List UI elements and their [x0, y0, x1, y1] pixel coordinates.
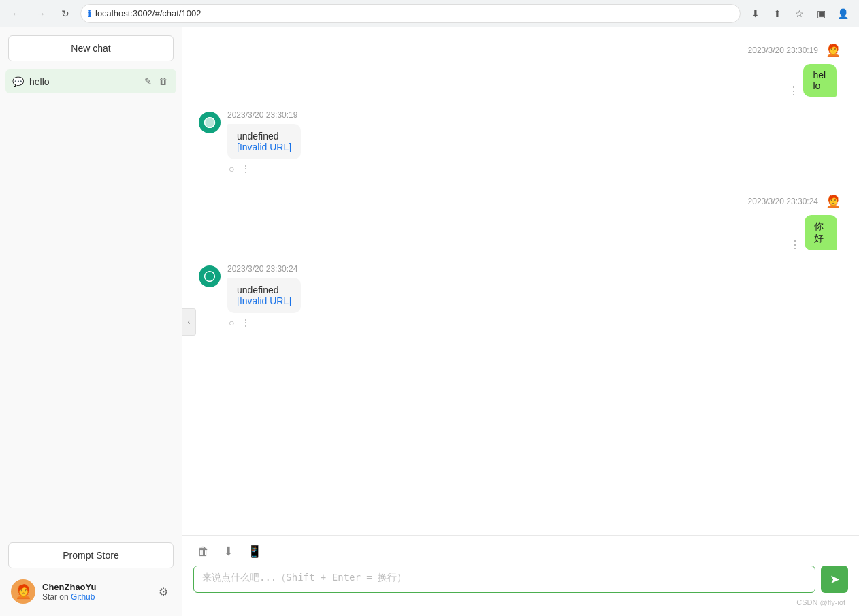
msg-timestamp-1: 2023/3/20 23:30:19 [748, 46, 818, 55]
ai-more-btn-1[interactable]: ⋮ [240, 162, 252, 176]
download-button[interactable]: ⬇ [746, 4, 765, 23]
app: New chat 💬 hello ✎ 🗑 Prompt Store 🧑‍🦰 [0, 27, 859, 616]
ai-message-group-2: 2023/3/20 23:30:24 undefined[Invalid URL… [199, 264, 843, 329]
avatar: 🧑‍🦰 [11, 579, 35, 604]
user-avatar-1: 🧑‍🦰 [824, 41, 843, 60]
sidebar: New chat 💬 hello ✎ 🗑 Prompt Store 🧑‍🦰 [0, 27, 182, 616]
ai-copy-btn-2[interactable]: ○ [227, 316, 236, 329]
ai-bubble-actions-2: ○ ⋮ [227, 316, 843, 329]
msg-meta-2: 2023/3/20 23:30:24 🧑‍🦰 [748, 192, 843, 211]
user-sub: Star on Github [42, 592, 149, 602]
sidebar-wrapper: New chat 💬 hello ✎ 🗑 Prompt Store 🧑‍🦰 [0, 27, 182, 616]
chat-icon: 💬 [12, 76, 24, 87]
user-message-group-2: 2023/3/20 23:30:24 🧑‍🦰 ⋮ 你好 [199, 192, 843, 250]
openai-icon-2 [203, 270, 216, 283]
share-button[interactable]: ⬆ [768, 4, 787, 23]
openai-icon [203, 116, 216, 129]
ai-avatar-2 [199, 265, 221, 287]
user-bubble-1: hello [803, 64, 837, 97]
ai-copy-btn-1[interactable]: ○ [227, 162, 236, 176]
ai-avatar-1 [199, 112, 221, 133]
share-icon: ⬆ [773, 8, 781, 19]
prompt-store-button[interactable]: Prompt Store [8, 542, 174, 568]
export-toolbar-button[interactable]: ⬇ [222, 542, 235, 560]
sidebar-bottom: Prompt Store 🧑‍🦰 ChenZhaoYu Star on Gith… [0, 537, 182, 616]
input-toolbar: 🗑 ⬇ 📱 [193, 542, 848, 560]
user-msg-more-2[interactable]: ⋮ [788, 240, 802, 250]
input-row: ➤ [193, 566, 848, 593]
chat-item-actions: ✎ 🗑 [142, 75, 169, 88]
info-icon: ℹ [88, 8, 91, 19]
messages: 2023/3/20 23:30:19 🧑‍🦰 ⋮ hello 202 [182, 27, 859, 535]
browser-actions: ⬇ ⬆ ☆ ▣ 👤 [746, 4, 852, 23]
edit-chat-button[interactable]: ✎ [142, 75, 154, 88]
msg-timestamp-2: 2023/3/20 23:30:24 [748, 197, 818, 206]
chat-list: 💬 hello ✎ 🗑 [0, 67, 182, 537]
ai-timestamp-2: 2023/3/20 23:30:24 [227, 264, 843, 274]
new-chat-button[interactable]: New chat [8, 35, 174, 61]
chat-item-label: hello [29, 76, 137, 87]
profile-button[interactable]: 👤 [833, 4, 852, 23]
collapse-sidebar-button[interactable]: ‹ [182, 308, 196, 336]
reload-icon: ↻ [61, 8, 69, 19]
layout-button[interactable]: ▣ [811, 4, 830, 23]
share-toolbar-button[interactable]: 📱 [246, 542, 263, 560]
profile-icon: 👤 [837, 8, 849, 19]
delete-chat-button[interactable]: 🗑 [157, 75, 169, 88]
ai-bubble-text-2: undefined[Invalid URL] [237, 285, 291, 306]
msg-meta-1: 2023/3/20 23:30:19 🧑‍🦰 [748, 41, 843, 60]
send-icon: ➤ [830, 572, 840, 587]
forward-button[interactable]: → [31, 4, 50, 23]
sidebar-top: New chat [0, 27, 182, 67]
star-icon: ☆ [795, 8, 804, 19]
user-msg-more-1[interactable]: ⋮ [787, 86, 800, 97]
ai-msg-content-2: 2023/3/20 23:30:24 undefined[Invalid URL… [227, 264, 843, 329]
url-text: localhost:3002/#/chat/1002 [95, 8, 201, 18]
ai-msg-content-1: 2023/3/20 23:30:19 undefined[Invalid URL… [227, 110, 843, 176]
forward-icon: → [36, 8, 46, 19]
avatar-emoji: 🧑‍🦰 [15, 583, 32, 600]
user-name: ChenZhaoYu [42, 582, 149, 592]
star-button[interactable]: ☆ [790, 4, 809, 23]
message-input[interactable] [193, 566, 815, 593]
user-avatar-2: 🧑‍🦰 [824, 192, 843, 211]
ai-bubble-actions-1: ○ ⋮ [227, 162, 843, 176]
layout-icon: ▣ [817, 8, 826, 19]
back-button[interactable]: ← [7, 4, 26, 23]
user-bar: 🧑‍🦰 ChenZhaoYu Star on Github ⚙ [8, 575, 174, 608]
address-bar[interactable]: ℹ localhost:3002/#/chat/1002 [80, 4, 741, 23]
browser-chrome: ← → ↻ ℹ localhost:3002/#/chat/1002 ⬇ ⬆ ☆… [0, 0, 859, 27]
collapse-icon: ‹ [188, 317, 191, 327]
back-icon: ← [12, 8, 21, 19]
send-button[interactable]: ➤ [821, 566, 848, 593]
user-message-group-1: 2023/3/20 23:30:19 🧑‍🦰 ⋮ hello [199, 41, 843, 97]
chat-item[interactable]: 💬 hello ✎ 🗑 [5, 69, 176, 93]
ai-message-group-1: 2023/3/20 23:30:19 undefined[Invalid URL… [199, 110, 843, 176]
user-info: ChenZhaoYu Star on Github [42, 582, 149, 602]
chat-area: 2023/3/20 23:30:19 🧑‍🦰 ⋮ hello 202 [182, 27, 859, 616]
ai-bubble-2: undefined[Invalid URL] [227, 278, 301, 313]
ai-more-btn-2[interactable]: ⋮ [240, 316, 252, 329]
input-area: 🗑 ⬇ 📱 ➤ CSDN @fly-iot [182, 535, 859, 616]
user-bubble-2: 你好 [805, 215, 837, 250]
delete-toolbar-button[interactable]: 🗑 [196, 543, 211, 560]
ai-timestamp-1: 2023/3/20 23:30:19 [227, 110, 843, 120]
footer-credit: CSDN @fly-iot [193, 598, 848, 608]
github-link[interactable]: Github [71, 592, 95, 602]
ai-bubble-1: undefined[Invalid URL] [227, 124, 301, 159]
ai-bubble-text-1: undefined[Invalid URL] [237, 131, 291, 152]
settings-button[interactable]: ⚙ [156, 583, 171, 601]
reload-button[interactable]: ↻ [56, 4, 75, 23]
download-icon: ⬇ [751, 8, 760, 19]
